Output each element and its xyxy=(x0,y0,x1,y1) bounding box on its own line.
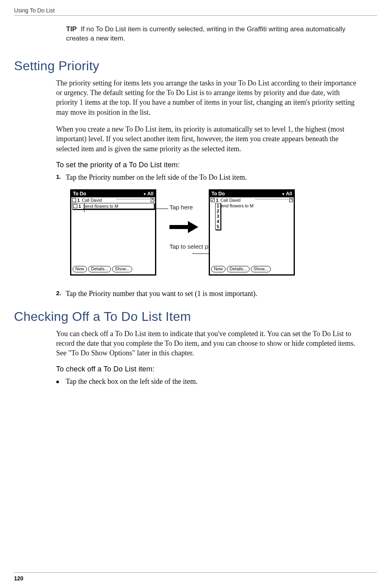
priority-option: 4 xyxy=(216,219,220,224)
body-para: You can check off a To Do List item to i… xyxy=(56,329,359,358)
show-button: Show... xyxy=(251,266,271,272)
details-button: Details... xyxy=(88,266,111,272)
palm-buttons: New Details... Show... xyxy=(73,266,132,272)
palm-titlebar: To Do ▼All xyxy=(71,191,155,197)
subheading-check-off: To check off a To Do List item: xyxy=(56,365,359,373)
subheading-set-priority: To set the priority of a To Do List item… xyxy=(56,161,359,169)
tip-block: TIPIf no To Do List item is currently se… xyxy=(66,25,359,43)
leader-line xyxy=(84,203,85,212)
checkbox-unchecked xyxy=(72,198,76,202)
app-title: To Do xyxy=(212,191,225,197)
footer-rule xyxy=(14,572,377,573)
bullet-item: ■ Tap the check box on the left side of … xyxy=(56,377,359,386)
step-1: 1. Tap the Priority number on the left s… xyxy=(56,172,359,182)
palm-screen-after: To Do ▼All ✓ 1 Call David end flowers to… xyxy=(209,189,295,276)
tip-label: TIP xyxy=(66,25,77,33)
step-number: 1. xyxy=(56,172,66,182)
page-number: 120 xyxy=(14,575,23,582)
priority-option: 2 xyxy=(216,209,220,214)
details-button: Details... xyxy=(227,266,250,272)
note-icon xyxy=(151,198,154,202)
priority-option: 1 xyxy=(216,203,220,209)
bullet-text: Tap the check box on the left side of th… xyxy=(66,377,359,386)
todo-row: ✓ 1 Call David xyxy=(210,197,294,203)
dotted-line xyxy=(255,199,288,199)
note-icon xyxy=(289,198,293,202)
new-button: New xyxy=(73,266,87,272)
tip-text: If no To Do List item is currently selec… xyxy=(66,25,345,42)
dotted-line xyxy=(117,199,150,199)
annotation-tap-here: Tap here xyxy=(169,204,193,211)
heading-setting-priority: Setting Priority xyxy=(14,59,359,73)
heading-checking-off: Checking Off a To Do List Item xyxy=(14,309,359,324)
chapter-header: Using To Do List xyxy=(14,7,55,14)
palm-screen-before: To Do ▼All 1 Call David 1 Send flowers t… xyxy=(70,189,156,276)
figure-priority: To Do ▼All 1 Call David 1 Send flowers t… xyxy=(70,187,359,279)
category-selector: All xyxy=(147,191,153,197)
todo-row: end flowers to M xyxy=(210,203,294,209)
app-title: To Do xyxy=(73,191,86,197)
priority-number: 1 xyxy=(77,198,80,203)
item-text: Call David xyxy=(220,198,254,203)
body-para: When you create a new To Do List item, i… xyxy=(56,124,359,154)
item-text: Call David xyxy=(82,198,115,203)
new-button: New xyxy=(211,266,226,272)
dropdown-icon: ▼ xyxy=(143,192,147,196)
todo-row: 1 Call David xyxy=(71,197,155,203)
priority-option: 5 xyxy=(216,224,220,229)
svg-rect-0 xyxy=(169,225,188,229)
category-selector: All xyxy=(286,191,292,197)
step-text: Tap the Priority number that you want to… xyxy=(66,289,359,298)
priority-option: 3 xyxy=(216,214,220,219)
palm-titlebar: To Do ▼All xyxy=(210,191,294,197)
palm-buttons: New Details... Show... xyxy=(211,266,271,272)
dropdown-icon: ▼ xyxy=(282,192,285,196)
step-text: Tap the Priority number on the left side… xyxy=(66,172,359,182)
leader-line xyxy=(83,209,168,209)
checkbox-unchecked xyxy=(73,204,77,208)
item-text: Send flowers to M xyxy=(83,204,153,209)
header-rule xyxy=(14,15,377,16)
svg-marker-1 xyxy=(188,221,198,233)
show-button: Show... xyxy=(112,266,132,272)
priority-popup: 1 2 3 4 5 xyxy=(215,203,221,230)
checkbox-checked: ✓ xyxy=(211,198,215,202)
priority-number: 1 xyxy=(79,204,81,209)
body-para: The priority setting for items lets you … xyxy=(56,78,359,117)
bullet-icon: ■ xyxy=(56,377,66,386)
arrow-icon xyxy=(169,221,198,233)
step-number: 2. xyxy=(56,289,66,298)
priority-number: 1 xyxy=(216,198,218,203)
item-text: end flowers to M xyxy=(221,203,293,208)
step-2: 2. Tap the Priority number that you want… xyxy=(56,289,359,298)
